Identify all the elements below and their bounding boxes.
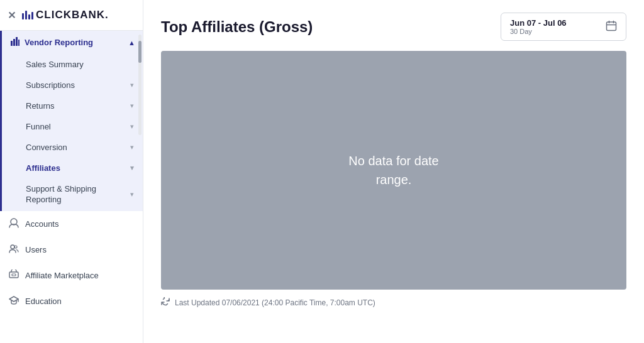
- calendar-icon: [606, 20, 617, 34]
- vendor-reporting-label: Vendor Reporting: [25, 38, 123, 47]
- sub-item-label: Returns: [26, 101, 55, 111]
- sidebar-nav: Vendor Reporting ▲ Sales Summary Subscri…: [0, 31, 143, 343]
- svg-rect-8: [12, 274, 16, 276]
- sub-item-label: Conversion: [26, 143, 67, 152]
- sidebar-header: ✕ CLICKBANK.: [0, 0, 143, 31]
- sub-item-returns[interactable]: Returns ▾: [2, 95, 143, 116]
- sub-item-support-shipping[interactable]: Support & ShippingReporting ▾: [2, 178, 143, 211]
- sub-item-funnel[interactable]: Funnel ▾: [2, 116, 143, 137]
- svg-rect-3: [18, 40, 19, 46]
- vendor-reporting-sub-items: Sales Summary Subscriptions ▾ Returns ▾ …: [2, 54, 143, 211]
- svg-rect-10: [607, 22, 616, 31]
- sub-item-label: Support & ShippingReporting: [26, 184, 96, 205]
- sub-item-label: Affiliates: [26, 163, 60, 173]
- main-content: Top Affiliates (Gross) Jun 07 - Jul 06 3…: [143, 0, 644, 343]
- education-label: Education: [25, 297, 62, 306]
- users-label: Users: [25, 245, 47, 254]
- date-range-label: Jun 07 - Jul 06: [510, 18, 599, 28]
- scrollbar-thumb: [138, 41, 142, 63]
- svg-rect-0: [11, 41, 13, 46]
- sub-item-affiliates[interactable]: Affiliates ▾: [2, 158, 143, 178]
- no-data-message: No data for daterange.: [348, 151, 438, 189]
- date-picker-text: Jun 07 - Jul 06 30 Day: [510, 18, 599, 35]
- chevron-icon: ▾: [130, 190, 134, 199]
- sub-item-label: Subscriptions: [26, 80, 75, 90]
- svg-rect-7: [9, 272, 18, 278]
- nav-item-affiliate-marketplace[interactable]: Affiliate Marketplace: [0, 263, 143, 288]
- chevron-icon: ▾: [130, 164, 134, 172]
- date-picker[interactable]: Jun 07 - Jul 06 30 Day: [501, 13, 626, 41]
- chevron-icon: ▾: [130, 122, 134, 131]
- svg-rect-1: [13, 39, 15, 46]
- affiliate-marketplace-label: Affiliate Marketplace: [25, 271, 99, 280]
- main-header: Top Affiliates (Gross) Jun 07 - Jul 06 3…: [143, 0, 644, 51]
- date-range-sublabel: 30 Day: [510, 28, 599, 35]
- nav-item-education[interactable]: Education: [0, 288, 143, 314]
- last-updated-text: Last Updated 07/06/2021 (24:00 Pacific T…: [175, 298, 375, 307]
- svg-point-5: [11, 245, 14, 249]
- logo: CLICKBANK.: [22, 9, 109, 21]
- close-icon[interactable]: ✕: [8, 9, 16, 21]
- sub-item-label: Funnel: [26, 122, 51, 131]
- chevron-icon: ▾: [130, 81, 134, 89]
- main-footer: Last Updated 07/06/2021 (24:00 Pacific T…: [143, 290, 644, 315]
- chart-area: No data for daterange.: [161, 51, 626, 290]
- vendor-reporting-icon: [11, 37, 19, 48]
- vendor-reporting-section: Vendor Reporting ▲ Sales Summary Subscri…: [0, 31, 143, 211]
- vendor-reporting-chevron: ▲: [128, 39, 135, 46]
- accounts-icon: [9, 218, 19, 230]
- page-title: Top Affiliates (Gross): [161, 18, 313, 36]
- sub-item-conversion[interactable]: Conversion ▾: [2, 137, 143, 158]
- users-icon: [9, 244, 19, 256]
- sub-item-subscriptions[interactable]: Subscriptions ▾: [2, 75, 143, 95]
- sub-item-label: Sales Summary: [26, 60, 84, 69]
- chevron-icon: ▾: [130, 143, 134, 151]
- vendor-reporting-header[interactable]: Vendor Reporting ▲: [2, 31, 143, 54]
- nav-item-users[interactable]: Users: [0, 237, 143, 263]
- affiliate-marketplace-icon: [9, 270, 19, 281]
- scrollbar-track: [138, 35, 142, 135]
- accounts-label: Accounts: [25, 219, 58, 229]
- refresh-icon: [161, 297, 170, 308]
- nav-item-accounts[interactable]: Accounts: [0, 211, 143, 237]
- education-icon: [9, 295, 19, 307]
- logo-text: CLICKBANK.: [36, 9, 109, 21]
- svg-rect-2: [16, 37, 18, 46]
- sub-item-sales-summary[interactable]: Sales Summary: [2, 54, 143, 75]
- chevron-icon: ▾: [130, 102, 134, 110]
